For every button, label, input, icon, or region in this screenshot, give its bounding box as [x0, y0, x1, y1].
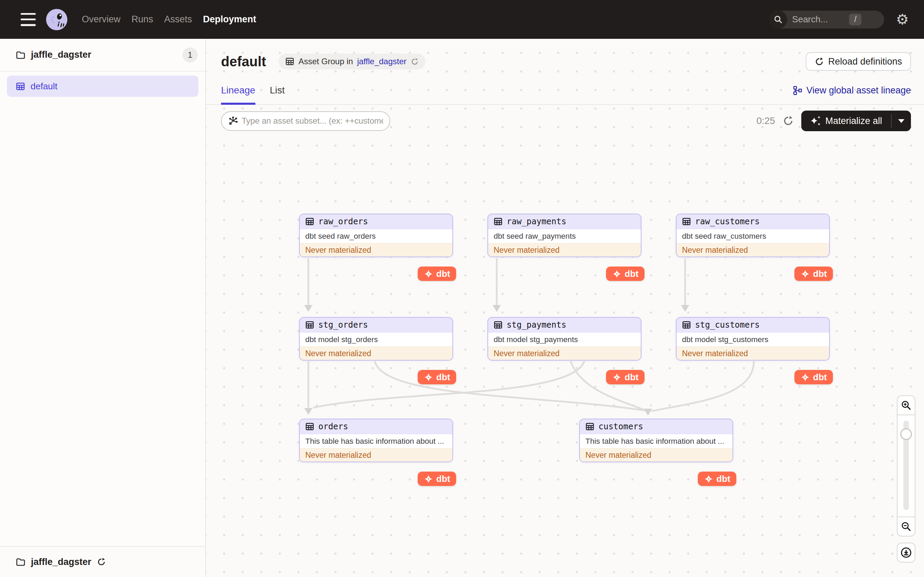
tab-bar: Lineage List View global asset lineage: [206, 72, 924, 105]
table-icon: [682, 217, 691, 226]
zoom-slider[interactable]: [897, 415, 915, 517]
settings-gear-icon[interactable]: ⚙: [896, 12, 909, 27]
graph-toolbar: 0:25 Materialize all: [221, 111, 911, 131]
status-badge: Never materialized: [677, 347, 829, 360]
refresh-graph-button[interactable]: [783, 115, 794, 126]
status-badge: Never materialized: [677, 243, 829, 256]
dbt-logo-icon: [801, 269, 810, 279]
table-icon: [494, 217, 502, 226]
status-badge: Never materialized: [488, 243, 641, 256]
dbt-logo-icon: [424, 269, 433, 279]
dbt-badge[interactable]: dbt: [606, 266, 645, 281]
status-badge: Never materialized: [580, 448, 733, 462]
asset-subset-filter[interactable]: [221, 111, 390, 131]
zoom-controls: [897, 395, 915, 562]
zoom-out-icon: [901, 521, 912, 532]
asset-node-stg-payments[interactable]: stg_payments dbt model stg_payments Neve…: [488, 317, 641, 361]
search-icon: [769, 11, 787, 29]
dbt-logo-icon: [801, 372, 810, 382]
reload-icon: [815, 57, 824, 66]
folder-icon: [16, 50, 26, 60]
reload-icon: [783, 115, 794, 126]
asset-node-stg-orders[interactable]: stg_orders dbt model stg_orders Never ma…: [299, 317, 453, 361]
nav-deployment[interactable]: Deployment: [203, 14, 257, 25]
asset-group-icon: [285, 57, 294, 66]
dbt-logo-icon: [424, 474, 433, 484]
tab-lineage[interactable]: Lineage: [221, 85, 255, 104]
primary-nav: Overview Runs Assets Deployment: [82, 14, 256, 25]
menu-icon[interactable]: [21, 13, 36, 26]
download-image-button[interactable]: [897, 543, 915, 562]
project-count-badge: 1: [183, 47, 198, 63]
zoom-out-button[interactable]: [897, 517, 915, 537]
asset-group-pill: Asset Group in jaffle_dagster: [278, 53, 425, 69]
dbt-logo-icon: [424, 372, 433, 382]
search-shortcut-key: /: [849, 14, 861, 26]
zoom-slider-handle[interactable]: [900, 428, 912, 440]
reload-icon[interactable]: [97, 558, 106, 566]
sidebar-project-row[interactable]: jaffle_dagster 1: [0, 39, 205, 71]
tab-list[interactable]: List: [270, 85, 285, 104]
nav-runs[interactable]: Runs: [132, 14, 153, 25]
sidebar-footer-project[interactable]: jaffle_dagster: [0, 546, 205, 577]
search-input[interactable]: [787, 14, 849, 25]
dbt-badge[interactable]: dbt: [698, 472, 736, 486]
group-pill-project-link[interactable]: jaffle_dagster: [357, 56, 407, 66]
main-panel: default Asset Group in jaffle_dagster Re…: [206, 39, 924, 577]
dbt-badge[interactable]: dbt: [418, 266, 456, 281]
app-root: Overview Runs Assets Deployment / ⚙ jaff…: [0, 0, 924, 577]
asset-node-orders[interactable]: orders This table has basic information …: [299, 419, 453, 462]
status-badge: Never materialized: [300, 243, 452, 256]
sidebar-item-label: default: [31, 81, 57, 92]
asset-node-raw-orders[interactable]: raw_orders dbt seed raw_orders Never mat…: [299, 214, 453, 257]
status-badge: Never materialized: [300, 347, 452, 360]
table-icon: [682, 321, 691, 329]
zoom-in-button[interactable]: [897, 395, 915, 415]
table-icon: [494, 321, 502, 329]
lineage-graph-icon: [793, 86, 802, 95]
chevron-down-icon: [898, 119, 905, 123]
asset-node-customers[interactable]: customers This table has basic informati…: [579, 419, 733, 462]
download-icon: [900, 547, 912, 558]
materialize-all-button[interactable]: Materialize all: [801, 111, 911, 131]
table-icon: [585, 422, 594, 431]
asset-group-icon: [16, 82, 25, 91]
zoom-in-icon: [901, 400, 912, 411]
dagster-logo-icon[interactable]: [45, 8, 68, 31]
status-badge: Never materialized: [300, 448, 452, 462]
footer-project-name: jaffle_dagster: [31, 557, 91, 567]
dbt-badge[interactable]: dbt: [418, 472, 456, 486]
sparkles-icon: [810, 115, 821, 126]
table-icon: [305, 422, 314, 431]
dbt-logo-icon: [612, 372, 622, 382]
project-name: jaffle_dagster: [31, 50, 91, 60]
reload-definitions-button[interactable]: Reload definitions: [806, 52, 911, 71]
page-header: default Asset Group in jaffle_dagster Re…: [206, 39, 924, 72]
dbt-badge[interactable]: dbt: [606, 370, 645, 384]
dbt-badge[interactable]: dbt: [795, 266, 833, 281]
group-pill-prefix: Asset Group in: [298, 56, 353, 66]
asset-node-raw-payments[interactable]: raw_payments dbt seed raw_payments Never…: [488, 214, 641, 257]
dbt-badge[interactable]: dbt: [418, 370, 456, 384]
refresh-countdown: 0:25: [756, 115, 775, 126]
dbt-badge[interactable]: dbt: [795, 370, 833, 384]
asset-node-raw-customers[interactable]: raw_customers dbt seed raw_customers Nev…: [676, 214, 830, 257]
view-global-asset-lineage-link[interactable]: View global asset lineage: [793, 85, 911, 104]
materialize-options-dropdown[interactable]: [892, 111, 911, 131]
asset-subset-input[interactable]: [242, 116, 383, 126]
top-nav: Overview Runs Assets Deployment / ⚙: [0, 0, 924, 39]
sidebar-item-default[interactable]: default: [7, 76, 198, 97]
asset-node-stg-customers[interactable]: stg_customers dbt model stg_customers Ne…: [676, 317, 830, 361]
dbt-logo-icon: [612, 269, 622, 279]
dbt-logo-icon: [704, 474, 713, 484]
nav-overview[interactable]: Overview: [82, 14, 121, 25]
table-icon: [305, 321, 314, 329]
global-search[interactable]: /: [769, 11, 884, 29]
sidebar: jaffle_dagster 1 default jaffle_dagster: [0, 39, 206, 577]
table-icon: [305, 217, 314, 226]
lineage-graph-viewport[interactable]: 0:25 Materialize all: [206, 105, 924, 577]
reload-icon[interactable]: [411, 58, 419, 66]
op-selector-icon: [228, 116, 238, 126]
folder-icon: [16, 557, 26, 567]
nav-assets[interactable]: Assets: [164, 14, 192, 25]
